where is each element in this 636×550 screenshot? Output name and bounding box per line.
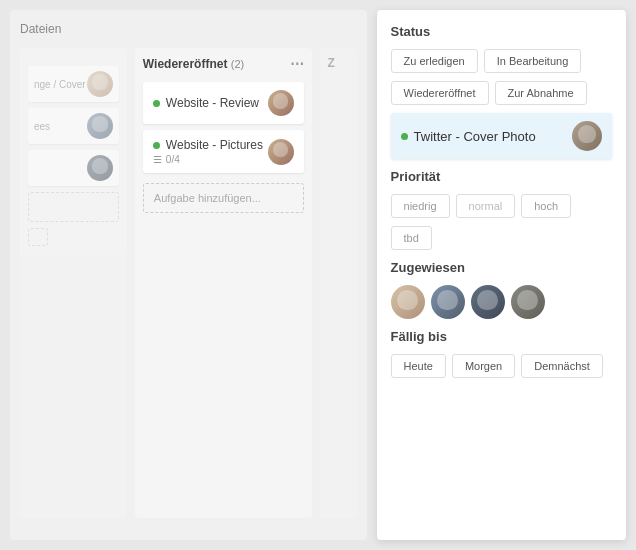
assigned-section: Zugewiesen <box>391 260 612 319</box>
task-card-review[interactable]: Website - Review <box>143 82 304 124</box>
kanban-col-left: nge / Cover ees <box>20 48 127 518</box>
col-header-mid: Wiedereröffnet (2) ⋯ <box>143 56 304 72</box>
highlight-task-name: Twitter - Cover Photo <box>414 129 536 144</box>
status-button-group-2: Wiedereröffnet Zur Abnahme <box>391 81 612 105</box>
kanban-panel: Dateien nge / Cover ees <box>10 10 367 540</box>
task-name: Website - Pictures <box>166 138 263 152</box>
col-mid-title: Wiedereröffnet <box>143 57 228 71</box>
avatar <box>268 139 294 165</box>
avatar <box>87 71 113 97</box>
add-task-button[interactable]: Aufgabe hinzufügen... <box>143 183 304 213</box>
avatar <box>572 121 602 151</box>
due-button-group: Heute Morgen Demnächst <box>391 354 612 378</box>
kanban-section-title: Dateien <box>20 20 357 38</box>
task-status-dot <box>153 100 160 107</box>
status-panel: Status Zu erledigen In Bearbeitung Wiede… <box>377 10 626 540</box>
col-options-icon[interactable]: ⋯ <box>290 56 304 72</box>
assigned-title: Zugewiesen <box>391 260 612 275</box>
priority-btn-tbd[interactable]: tbd <box>391 226 432 250</box>
due-btn-heute[interactable]: Heute <box>391 354 446 378</box>
task-name: Website - Review <box>166 96 259 110</box>
status-button-group: Zu erledigen In Bearbeitung <box>391 49 612 73</box>
priority-btn-hoch[interactable]: hoch <box>521 194 571 218</box>
col-mid-badge: (2) <box>231 58 244 70</box>
task-status-dot <box>153 142 160 149</box>
avatar <box>391 285 425 319</box>
task-card-pictures[interactable]: Website - Pictures ☰ 0/4 <box>143 130 304 173</box>
priority-section: Priorität niedrig normal hoch tbd <box>391 169 612 250</box>
priority-button-group: niedrig normal hoch <box>391 194 612 218</box>
assigned-avatar-row <box>391 285 612 319</box>
list-item <box>28 150 119 186</box>
col-right-header: Z <box>328 56 349 70</box>
due-section: Fällig bis Heute Morgen Demnächst <box>391 329 612 378</box>
avatar <box>87 113 113 139</box>
avatar <box>471 285 505 319</box>
priority-btn-normal[interactable]: normal <box>456 194 516 218</box>
list-item: nge / Cover <box>28 66 119 102</box>
priority-title: Priorität <box>391 169 612 184</box>
kanban-col-mid: Wiedereröffnet (2) ⋯ Website - Review <box>135 48 312 518</box>
kanban-col-right: Z <box>320 48 357 518</box>
list-item: ees <box>28 108 119 144</box>
avatar <box>268 90 294 116</box>
avatar <box>511 285 545 319</box>
avatar <box>431 285 465 319</box>
priority-btn-niedrig[interactable]: niedrig <box>391 194 450 218</box>
highlight-task-card[interactable]: Twitter - Cover Photo <box>391 113 612 159</box>
avatar <box>87 155 113 181</box>
status-btn-wiedereroffnet[interactable]: Wiedereröffnet <box>391 81 489 105</box>
task-checklist-icon: ☰ <box>153 154 162 165</box>
status-btn-zur-abnahme[interactable]: Zur Abnahme <box>495 81 587 105</box>
status-section-title: Status <box>391 24 612 39</box>
due-btn-morgen[interactable]: Morgen <box>452 354 515 378</box>
priority-button-group-2: tbd <box>391 226 612 250</box>
due-btn-demnachst[interactable]: Demnächst <box>521 354 603 378</box>
due-title: Fällig bis <box>391 329 612 344</box>
task-status-dot <box>401 133 408 140</box>
status-btn-in-bearbeitung[interactable]: In Bearbeitung <box>484 49 582 73</box>
task-sub-text: 0/4 <box>166 154 180 165</box>
status-btn-zu-erledigen[interactable]: Zu erledigen <box>391 49 478 73</box>
